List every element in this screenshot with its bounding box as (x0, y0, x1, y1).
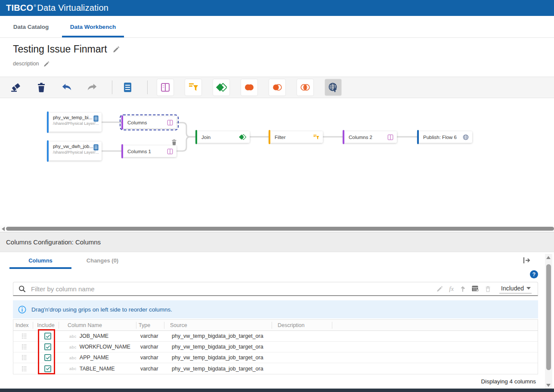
intersect-transform-button[interactable] (297, 79, 313, 96)
node-subtitle: /shared/Physical Layer/... (53, 121, 98, 126)
help-button[interactable]: ? (530, 270, 538, 278)
edit-description-icon[interactable] (44, 61, 50, 67)
include-checkbox[interactable] (44, 343, 51, 350)
drag-grip-icon[interactable] (22, 366, 27, 372)
node-label: Columns 1 (127, 149, 167, 154)
node-accent (343, 130, 344, 144)
trash-icon (37, 82, 46, 93)
table-row[interactable]: abcJOB_NAME varchar phy_vw_temp_bigdata_… (13, 331, 538, 342)
include-checkbox[interactable] (44, 365, 51, 372)
data-source-icon (124, 82, 132, 93)
app-header: TIBCO® Data Virtualization (0, 0, 554, 16)
header-type: Type (136, 322, 164, 329)
panel-tabs: Columns Changes (0) (9, 252, 133, 269)
collapse-panel-icon[interactable] (522, 256, 531, 265)
edit-title-icon[interactable] (113, 46, 120, 52)
type-tag: abc (69, 366, 77, 371)
flow-node-publish[interactable]: Publish: Flow 6 (418, 131, 472, 143)
header-source: Source (164, 322, 272, 329)
table-row[interactable]: abcAPP_NAME varchar phy_vw_temp_bigdata_… (13, 352, 538, 363)
columns-icon (167, 120, 173, 126)
search-icon (19, 285, 26, 293)
column-type: varchar (138, 355, 166, 361)
tab-data-workbench[interactable]: Data Workbench (62, 16, 124, 37)
flow-node-columns-2[interactable]: Columns 2 (343, 131, 397, 143)
delete-node-icon[interactable] (171, 139, 177, 145)
publish-transform-button[interactable] (325, 79, 341, 96)
flow-canvas[interactable]: phy_vw_temp_bi... /shared/Physical Layer… (0, 98, 554, 225)
column-type: varchar (138, 344, 166, 350)
scroll-left-arrow[interactable] (2, 227, 5, 231)
join-transform-button[interactable] (213, 79, 229, 96)
table-row[interactable]: abcTABLE_NAME varchar phy_vw_temp_bigdat… (13, 363, 538, 374)
table-row[interactable]: abcWORKFLOW_NAME varchar phy_vw_temp_big… (13, 342, 538, 352)
tab-changes[interactable]: Changes (0) (71, 252, 133, 269)
redo-button[interactable] (87, 82, 98, 93)
node-label: Columns (127, 120, 167, 125)
columns-transform-button[interactable] (157, 79, 173, 96)
function-icon[interactable]: fx (449, 285, 454, 293)
check-icon (46, 356, 50, 360)
column-name: TABLE_NAME (80, 366, 115, 372)
flow-node-join[interactable]: Join (196, 131, 250, 143)
add-data-source-button[interactable] (122, 82, 133, 93)
scroll-down-arrow[interactable] (546, 384, 551, 387)
columns-icon (167, 148, 173, 154)
undo-button[interactable] (61, 82, 72, 93)
include-checkbox[interactable] (44, 333, 51, 340)
check-icon (46, 334, 50, 338)
flow-node-filter[interactable]: Filter (269, 131, 323, 143)
filter-column-input[interactable] (31, 285, 437, 293)
add-calculated-column-icon[interactable] (472, 285, 479, 292)
vertical-scrollbar[interactable] (545, 254, 552, 389)
drag-grip-icon[interactable] (22, 344, 27, 350)
nav-tabs: Data Catalog Data Workbench (0, 16, 554, 38)
horizontal-scrollbar[interactable] (0, 225, 554, 232)
vertical-scrollbar-thumb[interactable] (546, 264, 551, 370)
tab-columns[interactable]: Columns (9, 252, 71, 269)
flow-node-columns-1[interactable]: Columns 1 (122, 145, 176, 157)
page-title: Testing Issue Finmart (13, 43, 107, 55)
drag-grip-icon[interactable] (22, 355, 27, 361)
horizontal-scrollbar-thumb[interactable] (6, 227, 554, 231)
include-checkbox[interactable] (44, 354, 51, 361)
publish-globe-icon (328, 82, 338, 93)
check-icon (46, 367, 50, 370)
tab-data-catalog[interactable]: Data Catalog (0, 16, 62, 37)
union-icon (244, 83, 255, 91)
filter-icon (313, 134, 319, 140)
reorder-arrow-icon[interactable] (460, 286, 466, 292)
filter-actions: fx Included (437, 284, 532, 293)
column-source: phy_vw_temp_bigdata_job_target_ora (166, 344, 274, 350)
brand-logo: TIBCO® Data Virtualization (6, 3, 108, 13)
panel-header: Columns Configuration: Columns (0, 232, 554, 252)
node-accent (417, 130, 419, 144)
flow-node-source-2[interactable]: phy_vw_dwh_job... /shared/Physical Layer… (47, 142, 102, 161)
eraser-button[interactable] (10, 82, 22, 93)
info-banner: Drag'n'drop using grips on left side to … (13, 300, 538, 318)
toolbar-divider (112, 80, 112, 94)
redo-icon (87, 83, 98, 92)
table-icon (93, 115, 99, 122)
union-transform-button[interactable] (241, 79, 257, 96)
node-accent (195, 130, 197, 144)
undo-icon (61, 83, 72, 92)
delete-column-icon[interactable] (485, 286, 491, 292)
filter-transform-button[interactable] (185, 79, 201, 96)
info-banner-text: Drag'n'drop using grips on left side to … (31, 306, 172, 313)
scroll-up-arrow[interactable] (546, 256, 551, 259)
column-type: varchar (138, 333, 166, 339)
page-description-row: description (13, 61, 50, 67)
flow-toolbar (0, 77, 554, 98)
flow-node-source-1[interactable]: phy_vw_temp_bi... /shared/Physical Layer… (47, 113, 102, 132)
delete-button[interactable] (36, 82, 47, 93)
edit-column-icon[interactable] (437, 286, 443, 292)
type-tag: abc (69, 345, 77, 349)
included-filter-dropdown[interactable]: Included (499, 284, 532, 293)
header-filler (332, 322, 538, 329)
left-outer-join-transform-button[interactable] (269, 79, 285, 96)
drag-grip-icon[interactable] (22, 333, 27, 339)
flow-node-columns[interactable]: Columns (122, 117, 176, 128)
node-accent (47, 140, 49, 162)
brand-secondary: Data Virtualization (37, 3, 108, 13)
